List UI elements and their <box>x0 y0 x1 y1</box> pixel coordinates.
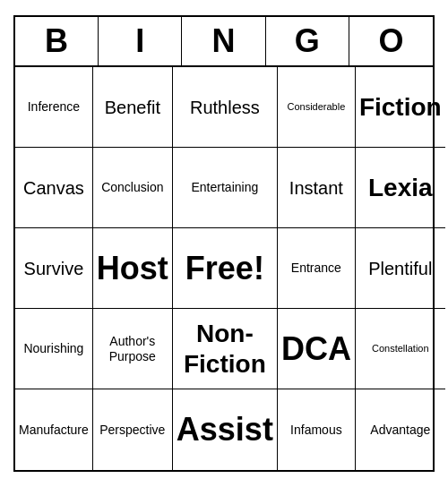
bingo-cell-6[interactable]: Conclusion <box>93 148 173 228</box>
cell-text-7: Entertaining <box>192 180 259 195</box>
cell-text-23: Infamous <box>290 423 342 438</box>
bingo-cell-11[interactable]: Host <box>93 228 173 309</box>
cell-text-2: Ruthless <box>190 97 260 118</box>
cell-text-9: Lexia <box>368 173 433 203</box>
cell-text-18: DCA <box>281 329 351 368</box>
header-letter-G: G <box>266 17 349 65</box>
bingo-grid: InferenceBenefitRuthlessConsiderableFict… <box>15 67 433 470</box>
cell-text-15: Nourishing <box>23 341 83 356</box>
bingo-cell-13[interactable]: Entrance <box>278 228 356 309</box>
bingo-cell-1[interactable]: Benefit <box>93 67 173 148</box>
cell-text-10: Survive <box>24 258 84 279</box>
bingo-cell-24[interactable]: Advantage <box>356 389 445 470</box>
cell-text-8: Instant <box>289 177 343 199</box>
bingo-cell-4[interactable]: Fiction <box>356 67 445 148</box>
bingo-cell-21[interactable]: Perspective <box>93 389 173 470</box>
bingo-cell-19[interactable]: Constellation <box>356 309 445 389</box>
bingo-cell-9[interactable]: Lexia <box>356 148 445 228</box>
cell-text-21: Perspective <box>99 423 165 438</box>
cell-text-3: Considerable <box>287 101 345 113</box>
bingo-cell-7[interactable]: Entertaining <box>173 148 278 228</box>
cell-text-13: Entrance <box>291 261 341 276</box>
cell-text-24: Advantage <box>370 423 430 438</box>
bingo-cell-10[interactable]: Survive <box>15 228 93 309</box>
cell-text-19: Constellation <box>372 343 429 355</box>
header-letter-O: O <box>349 17 433 65</box>
bingo-cell-14[interactable]: Plentiful <box>356 228 445 309</box>
bingo-cell-12[interactable]: Free! <box>173 228 278 309</box>
bingo-cell-15[interactable]: Nourishing <box>15 309 93 389</box>
bingo-cell-18[interactable]: DCA <box>278 309 356 389</box>
header-letter-B: B <box>15 17 99 65</box>
bingo-cell-0[interactable]: Inference <box>15 67 93 148</box>
cell-text-11: Host <box>97 249 168 287</box>
cell-text-4: Fiction <box>359 92 442 123</box>
bingo-cell-5[interactable]: Canvas <box>15 148 93 228</box>
bingo-cell-22[interactable]: Assist <box>173 389 278 470</box>
bingo-card: BINGO InferenceBenefitRuthlessConsiderab… <box>13 15 435 472</box>
header-letter-N: N <box>182 17 265 65</box>
bingo-cell-3[interactable]: Considerable <box>278 67 356 148</box>
bingo-cell-8[interactable]: Instant <box>278 148 356 228</box>
cell-text-16: Author's Purpose <box>97 334 168 364</box>
bingo-header: BINGO <box>15 17 433 67</box>
cell-text-5: Canvas <box>23 177 84 199</box>
bingo-cell-23[interactable]: Infamous <box>278 389 356 470</box>
header-letter-I: I <box>99 17 182 65</box>
cell-text-0: Inference <box>28 99 80 115</box>
bingo-cell-16[interactable]: Author's Purpose <box>93 309 173 389</box>
cell-text-22: Assist <box>177 410 273 449</box>
cell-text-1: Benefit <box>105 97 160 118</box>
bingo-cell-17[interactable]: Non-Fiction <box>173 309 278 389</box>
cell-text-20: Manufacture <box>19 423 89 438</box>
cell-text-14: Plentiful <box>368 258 432 279</box>
bingo-cell-20[interactable]: Manufacture <box>15 389 93 470</box>
cell-text-17: Non-Fiction <box>177 319 273 379</box>
bingo-cell-2[interactable]: Ruthless <box>173 67 278 148</box>
cell-text-6: Conclusion <box>101 180 163 195</box>
cell-text-12: Free! <box>185 249 264 287</box>
